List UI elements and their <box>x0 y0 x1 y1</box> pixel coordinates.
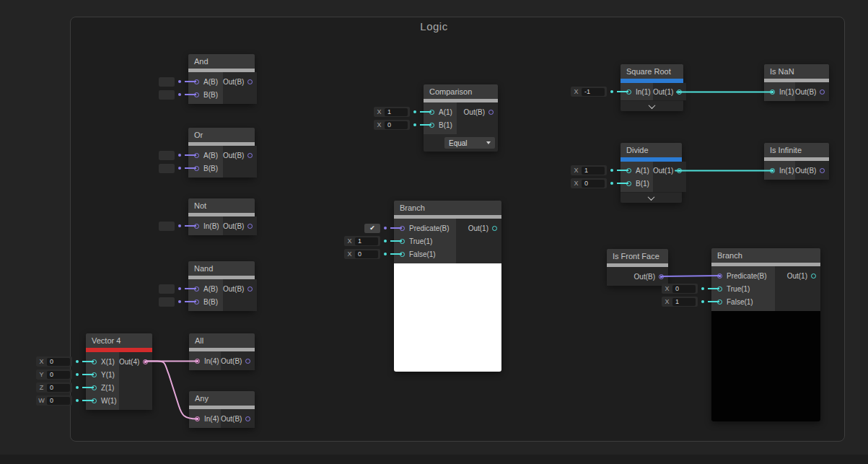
node-is-infinite[interactable]: Is Infinite In(1) Out(B) <box>764 143 829 180</box>
value-field[interactable]: 1 <box>355 237 378 245</box>
comparison-mode-dropdown[interactable]: Equal <box>444 137 495 149</box>
checkbox-unchecked[interactable] <box>159 297 175 307</box>
node-divide[interactable]: Divide X1 A(1) X0 B(1) Out(1) <box>621 143 682 203</box>
checkbox-unchecked[interactable] <box>159 90 175 100</box>
float-input-widget[interactable]: Y0 <box>36 369 94 380</box>
node-and[interactable]: And A(B) B(B) Out(B) <box>188 54 255 104</box>
bool-input-widget[interactable] <box>159 221 196 231</box>
node-not[interactable]: Not In(B) Out(B) <box>188 198 255 235</box>
output-port[interactable] <box>247 153 253 158</box>
shader-graph-canvas[interactable]: Logic And A(B) B(B) Out(B) Or <box>0 0 868 464</box>
node-square-root-titlebar[interactable]: Square Root <box>621 64 683 79</box>
value-field[interactable]: 0 <box>47 358 70 366</box>
checkbox-unchecked[interactable] <box>159 164 175 173</box>
node-or-titlebar[interactable]: Or <box>188 128 255 142</box>
value-field[interactable]: 1 <box>582 167 605 175</box>
node-or[interactable]: Or A(B) B(B) Out(B) <box>188 128 255 178</box>
input-port-connected[interactable] <box>770 89 775 95</box>
node-branch-titlebar[interactable]: Branch <box>394 201 501 215</box>
input-port-connected[interactable] <box>195 416 200 421</box>
output-port-connected[interactable] <box>677 89 682 95</box>
value-field[interactable]: 1 <box>385 108 408 116</box>
node-branch-middle[interactable]: Branch ✔ Predicate(B) X1 True(1) X0 Fals… <box>394 201 501 372</box>
output-port[interactable] <box>811 273 816 279</box>
float-input-widget[interactable]: Z0 <box>36 382 94 393</box>
dropdown-value: Equal <box>449 139 468 147</box>
node-and-titlebar[interactable]: And <box>188 54 255 69</box>
output-port[interactable] <box>245 416 250 421</box>
output-port[interactable] <box>488 110 494 115</box>
node-square-root[interactable]: Square Root X-1 In(1) Out(1) <box>621 64 683 111</box>
value-field[interactable]: 1 <box>672 298 696 306</box>
input-port-connected[interactable] <box>770 168 775 173</box>
checkbox-unchecked[interactable] <box>159 222 175 231</box>
output-port-connected[interactable] <box>677 168 682 173</box>
value-field[interactable]: -1 <box>582 88 605 96</box>
bool-input-widget[interactable] <box>159 284 196 294</box>
bool-input-widget[interactable] <box>159 150 196 160</box>
bool-input-widget[interactable] <box>159 76 196 87</box>
node-not-titlebar[interactable]: Not <box>188 198 255 213</box>
node-is-front-face[interactable]: Is Front Face Out(B) <box>607 249 668 286</box>
float-input-widget[interactable]: X0 <box>36 356 94 367</box>
float-input-widget[interactable]: X0 <box>344 249 402 259</box>
node-divide-titlebar[interactable]: Divide <box>621 143 682 157</box>
node-is-nan-titlebar[interactable]: Is NaN <box>764 64 829 79</box>
float-input-widget[interactable]: X1 <box>344 236 402 246</box>
node-vector4[interactable]: Vector 4 X0 X(1) Y0 Y(1) Z0 Z(1) W0 W(1) <box>86 333 152 410</box>
node-vector4-titlebar[interactable]: Vector 4 <box>86 333 152 348</box>
port-label: False(1) <box>409 250 436 258</box>
bool-input-widget[interactable] <box>159 163 196 173</box>
node-comparison-titlebar[interactable]: Comparison <box>424 84 498 99</box>
value-field[interactable]: 0 <box>385 121 408 129</box>
float-input-widget[interactable]: W0 <box>36 395 94 406</box>
checkbox-unchecked[interactable] <box>159 151 175 160</box>
output-port-connected[interactable] <box>143 359 148 364</box>
float-input-widget[interactable]: X1 <box>662 297 719 307</box>
node-nand[interactable]: Nand A(B) B(B) Out(B) <box>188 261 255 311</box>
value-field[interactable]: 0 <box>355 250 378 258</box>
output-port[interactable] <box>492 226 497 231</box>
output-port[interactable] <box>245 359 250 364</box>
preview-collapse-toggle[interactable] <box>621 192 682 203</box>
output-port[interactable] <box>247 224 253 229</box>
bool-input-widget[interactable]: ✔ <box>364 223 402 233</box>
value-field[interactable]: 0 <box>47 384 70 392</box>
float-input-widget[interactable]: X0 <box>662 284 719 294</box>
value-field[interactable]: 0 <box>47 397 70 405</box>
node-is-nan[interactable]: Is NaN In(1) Out(B) <box>764 64 829 101</box>
node-is-infinite-titlebar[interactable]: Is Infinite <box>764 143 829 157</box>
float-input-widget[interactable]: X1 <box>571 165 628 175</box>
node-is-front-face-titlebar[interactable]: Is Front Face <box>607 249 668 263</box>
node-branch-right[interactable]: Branch Predicate(B) X0 True(1) X1 False(… <box>711 248 820 421</box>
value-field[interactable]: 0 <box>672 285 696 293</box>
value-field[interactable]: 0 <box>47 371 70 379</box>
input-port-connected[interactable] <box>195 359 200 364</box>
node-all[interactable]: All In(4) Out(B) <box>189 333 255 370</box>
node-any-titlebar[interactable]: Any <box>189 391 255 406</box>
float-input-widget[interactable]: X0 <box>374 120 431 130</box>
checkbox-unchecked[interactable] <box>159 284 175 294</box>
bool-input-widget[interactable] <box>159 297 196 307</box>
value-field[interactable]: 0 <box>582 180 605 188</box>
port-row: Out(B) <box>457 105 498 118</box>
output-port-connected[interactable] <box>659 274 664 279</box>
float-input-widget[interactable]: X1 <box>374 107 431 117</box>
node-any[interactable]: Any In(4) Out(B) <box>189 391 255 428</box>
output-port[interactable] <box>820 89 825 95</box>
output-port[interactable] <box>820 168 825 173</box>
output-port[interactable] <box>247 286 253 292</box>
port-label: In(4) <box>204 357 219 365</box>
float-input-widget[interactable]: X-1 <box>571 87 628 97</box>
node-comparison[interactable]: Comparison X1 A(1) X0 B(1) Out(B) Equal <box>424 84 498 152</box>
bool-input-widget[interactable] <box>159 89 196 100</box>
preview-collapse-toggle[interactable] <box>621 100 683 111</box>
node-branch-titlebar[interactable]: Branch <box>711 248 820 263</box>
checkbox-unchecked[interactable] <box>159 77 175 87</box>
output-port[interactable] <box>247 79 253 84</box>
input-port-connected[interactable] <box>717 273 722 279</box>
checkbox-checked[interactable]: ✔ <box>364 224 380 233</box>
float-input-widget[interactable]: X0 <box>571 178 628 188</box>
node-nand-titlebar[interactable]: Nand <box>188 261 255 276</box>
node-all-titlebar[interactable]: All <box>189 333 255 348</box>
